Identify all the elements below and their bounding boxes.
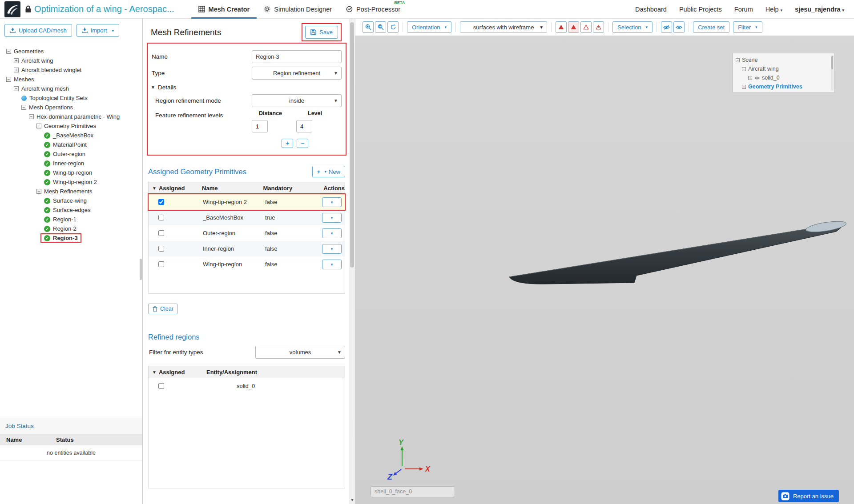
tab-mesh-creator[interactable]: Mesh Creator [191, 0, 257, 19]
collapse-icon[interactable]: − [29, 114, 34, 119]
scene-node-aircraft-wing[interactable]: − Aircraft wing [736, 64, 829, 73]
report-issue-button[interactable]: Report an issue [778, 490, 839, 502]
collapse-icon[interactable]: − [736, 58, 740, 62]
mode-select[interactable]: inside ▼ [252, 94, 342, 107]
sort-caret-icon[interactable]: ▼ [152, 370, 157, 375]
collapse-icon[interactable]: − [36, 124, 41, 128]
tree-item-wing-tip-region-2[interactable]: ✓Wing-tip-region 2 [0, 177, 142, 187]
row-actions-dropdown[interactable]: ▾ [322, 244, 342, 254]
distance-input[interactable] [252, 120, 268, 132]
tree-item-basemeshbox[interactable]: ✓_BaseMeshBox [0, 131, 142, 140]
tree-item-outer-region[interactable]: ✓Outer-region [0, 149, 142, 159]
warning-outline-button[interactable] [580, 21, 592, 33]
3d-viewport[interactable]: Orientation ▾ surfaces with wireframe ▼ [355, 19, 854, 504]
scroll-down-icon[interactable]: ▼ [349, 498, 355, 502]
zoom-in-button[interactable] [363, 21, 374, 33]
sort-caret-icon[interactable]: ▼ [152, 186, 157, 191]
tree-item-aircraft-wing[interactable]: +Aircraft wing [0, 56, 142, 65]
save-button[interactable]: Save [305, 26, 338, 39]
assigned-checkbox[interactable] [158, 261, 164, 267]
sidebar-scrollbar[interactable] [140, 259, 142, 280]
render-mode-select[interactable]: surfaces with wireframe ▼ [460, 21, 547, 33]
scene-node-solid-0[interactable]: + solid_0 [736, 73, 829, 82]
scene-scrollbar[interactable] [831, 55, 834, 91]
remove-level-button[interactable]: − [297, 139, 308, 148]
show-button[interactable] [673, 21, 685, 33]
tree-item-topological-entity-sets[interactable]: Topological Entity Sets [0, 93, 142, 103]
assigned-checkbox[interactable] [158, 199, 164, 205]
import-button[interactable]: Import ▾ [77, 24, 119, 37]
selection-button[interactable]: Selection ▾ [612, 21, 653, 33]
create-set-button[interactable]: Create set [693, 21, 729, 33]
warning-filled-2-button[interactable] [568, 21, 579, 33]
orientation-button[interactable]: Orientation ▾ [407, 21, 451, 33]
row-actions-dropdown[interactable]: ▾ [322, 213, 342, 223]
tree-item-materialpoint[interactable]: ✓MaterialPoint [0, 140, 142, 149]
user-menu[interactable]: sjesu_rajendra▾ [795, 6, 844, 13]
tree-item-aircraft-wing-mesh[interactable]: −Aircraft wing mesh [0, 84, 142, 93]
collapse-icon[interactable]: − [6, 77, 11, 82]
tree-item-surface-wing[interactable]: ✓Surface-wing [0, 196, 142, 205]
assigned-row-wing-tip-region-2[interactable]: Wing-tip-region 2false▾ [149, 194, 345, 210]
tree-item-mesh-refinements[interactable]: −Mesh Refinements [0, 187, 142, 196]
panel-scrollbar[interactable]: ▼ [349, 19, 355, 504]
collapse-icon[interactable]: − [6, 49, 11, 54]
tree-item-geometry-primitives[interactable]: −Geometry Primitives [0, 121, 142, 131]
nav-dashboard[interactable]: Dashboard [635, 6, 667, 13]
level-input[interactable] [296, 120, 312, 132]
tree-item-meshes[interactable]: −Meshes [0, 75, 142, 84]
scene-node-geometry-primitives[interactable]: + Geometry Primitives [736, 82, 829, 91]
tree-item-region-1[interactable]: ✓Region-1 [0, 215, 142, 224]
hide-button[interactable] [661, 21, 672, 33]
details-toggle[interactable]: ▼ Details [151, 84, 342, 91]
tree-item-geometries[interactable]: −Geometries [0, 47, 142, 56]
zoom-window-button[interactable] [375, 21, 386, 33]
expand-icon[interactable]: + [14, 68, 19, 72]
tree-item-region-3[interactable]: ✓Region-3 [0, 233, 142, 243]
row-actions-dropdown[interactable]: ▾ [322, 228, 342, 238]
upload-cad-button[interactable]: Upload CAD/mesh [4, 24, 72, 37]
scene-node-scene[interactable]: − Scene [736, 56, 829, 64]
type-select[interactable]: Region refinement ▼ [252, 67, 342, 80]
expand-icon[interactable]: + [742, 85, 746, 89]
nav-public-projects[interactable]: Public Projects [679, 6, 722, 13]
collapse-icon[interactable]: − [21, 105, 26, 110]
filter-button[interactable]: Filter ▾ [733, 21, 762, 33]
collapse-icon[interactable]: − [14, 86, 19, 91]
assigned-checkbox[interactable] [158, 215, 164, 220]
refined-checkbox[interactable] [158, 383, 164, 389]
collapse-icon[interactable]: − [36, 189, 41, 194]
tree-item-hex-dominant-parametric-wing[interactable]: −Hex-dominant parametric - Wing [0, 112, 142, 121]
refined-row-solid-0[interactable]: solid_0 [149, 378, 345, 394]
expand-icon[interactable]: + [748, 76, 752, 80]
assigned-checkbox[interactable] [158, 246, 164, 252]
tree-item-mesh-operations[interactable]: −Mesh Operations [0, 103, 142, 112]
app-logo[interactable] [4, 1, 20, 17]
reset-view-button[interactable] [387, 21, 399, 33]
assigned-row-wing-tip-region[interactable]: Wing-tip-regionfalse▾ [149, 256, 345, 272]
clear-button[interactable]: Clear [148, 304, 178, 314]
expand-icon[interactable]: + [14, 58, 19, 63]
tree-item-aircraft-blended-winglet[interactable]: +Aircraft blended winglet [0, 65, 142, 75]
face-name-field[interactable]: shell_0_face_0 [371, 486, 455, 497]
scrollbar-thumb[interactable] [350, 22, 354, 268]
entity-type-select[interactable]: volumes ▼ [255, 346, 345, 359]
assigned-row-basemeshbox[interactable]: _BaseMeshBoxtrue▾ [149, 210, 345, 225]
collapse-icon[interactable]: − [742, 67, 746, 71]
nav-help[interactable]: Help▾ [765, 6, 782, 13]
tree-item-inner-region[interactable]: ✓Inner-region [0, 159, 142, 168]
row-actions-dropdown[interactable]: ▾ [322, 260, 342, 269]
tab-post-processor[interactable]: Post-Processor BETA [339, 0, 407, 19]
row-actions-dropdown[interactable]: ▾ [322, 197, 342, 207]
tree-item-region-2[interactable]: ✓Region-2 [0, 224, 142, 233]
add-level-button[interactable]: + [282, 139, 293, 148]
assigned-row-inner-region[interactable]: Inner-regionfalse▾ [149, 241, 345, 256]
nav-forum[interactable]: Forum [734, 6, 753, 13]
tree-item-wing-tip-region[interactable]: ✓Wing-tip-region [0, 168, 142, 177]
tree-item-surface-edges[interactable]: ✓Surface-edges [0, 205, 142, 215]
new-primitive-button[interactable]: + ▾ New [312, 166, 345, 177]
assigned-checkbox[interactable] [158, 230, 164, 236]
project-title[interactable]: Optimization of a wing - Aerospac... [34, 4, 174, 14]
warning-outline-2-button[interactable] [593, 21, 604, 33]
name-input[interactable] [252, 50, 342, 63]
